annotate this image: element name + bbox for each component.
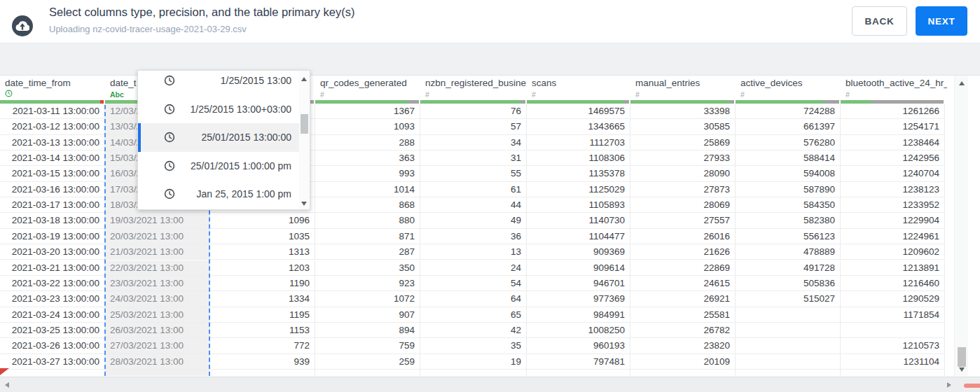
table-cell[interactable]: 1203 (210, 260, 315, 276)
table-cell[interactable]: 26/03/2021 13:00 (105, 323, 210, 338)
table-cell[interactable]: 939 (210, 354, 315, 370)
column-header-date_time_from[interactable]: date_time_from (0, 76, 105, 104)
table-cell[interactable]: 1290529 (841, 291, 945, 307)
table-cell[interactable]: 2021-03-17 13:00:00 (0, 197, 105, 213)
table-cell[interactable]: 1367 (315, 104, 420, 119)
datetime-format-option[interactable]: 1/25/2015 13:00 (138, 70, 299, 95)
table-cell[interactable]: 923 (315, 276, 420, 291)
table-cell[interactable] (527, 370, 630, 376)
table-cell[interactable]: 26782 (630, 323, 736, 338)
column-header-active_devices[interactable]: active_devices# (736, 76, 841, 104)
table-cell[interactable]: 588414 (736, 150, 841, 166)
table-cell[interactable]: 1171854 (841, 307, 945, 323)
table-cell[interactable] (420, 370, 527, 376)
table-cell[interactable]: 993 (315, 166, 420, 181)
table-cell[interactable]: 491728 (736, 260, 841, 276)
table-cell[interactable]: 1014 (315, 182, 420, 197)
table-cell[interactable]: 30585 (630, 119, 736, 134)
table-cell[interactable]: 1112703 (527, 135, 630, 150)
column-header-bluetooth_active_24_hr_[interactable]: bluetooth_active_24_hr_# (841, 76, 945, 104)
table-cell[interactable]: 28090 (630, 166, 736, 181)
table-cell[interactable]: 2021-03-16 13:00:00 (0, 182, 105, 197)
table-cell[interactable]: 28/03/2021 13:00 (105, 354, 210, 370)
table-cell[interactable]: 25/03/2021 13:00 (105, 307, 210, 323)
table-cell[interactable]: 1213891 (841, 260, 945, 276)
table-cell[interactable]: 1261266 (841, 104, 945, 119)
table-cell[interactable]: 22/03/2021 13:00 (105, 260, 210, 276)
table-cell[interactable]: 1242956 (841, 150, 945, 166)
table-cell[interactable]: 1096 (210, 213, 315, 228)
table-cell[interactable]: 2021-03-24 13:00:00 (0, 307, 105, 323)
table-cell[interactable]: 64 (420, 291, 527, 307)
table-cell[interactable]: 587890 (736, 182, 841, 197)
table-cell[interactable]: 1035 (210, 229, 315, 244)
table-cell[interactable]: 1190 (210, 276, 315, 291)
table-cell[interactable]: 1104477 (527, 229, 630, 244)
table-cell[interactable] (105, 370, 210, 376)
scroll-up-icon[interactable] (959, 81, 965, 85)
table-cell[interactable]: 868 (315, 197, 420, 213)
column-header-nzbn_registered_busine[interactable]: nzbn_registered_busine# (420, 76, 527, 104)
table-cell[interactable]: 1105893 (527, 197, 630, 213)
table-cell[interactable]: 2021-03-18 13:00:00 (0, 213, 105, 228)
table-cell[interactable]: 1153 (210, 323, 315, 338)
table-cell[interactable] (736, 370, 841, 376)
table-horizontal-scrollbar[interactable] (0, 377, 980, 392)
table-cell[interactable] (736, 354, 841, 370)
table-cell[interactable]: 797481 (527, 354, 630, 370)
table-cell[interactable]: 42 (420, 323, 527, 338)
table-cell[interactable]: 1093 (315, 119, 420, 134)
table-cell[interactable]: 24615 (630, 276, 736, 291)
table-cell[interactable]: 759 (315, 338, 420, 354)
table-cell[interactable]: 1238123 (841, 182, 945, 197)
table-cell[interactable]: 505836 (736, 276, 841, 291)
table-cell[interactable]: 2021-03-27 13:00:00 (0, 354, 105, 370)
table-cell[interactable]: 2021-03-21 13:00:00 (0, 260, 105, 276)
datetime-format-option[interactable]: 1/25/2015 13:00+03:00 (138, 95, 299, 124)
table-cell[interactable]: 2021-03-25 13:00:00 (0, 323, 105, 338)
table-cell[interactable]: 26016 (630, 229, 736, 244)
horizontal-scrollbar-thumb[interactable] (964, 384, 980, 388)
table-cell[interactable]: 31 (420, 150, 527, 166)
table-cell[interactable]: 2021-03-15 13:00:00 (0, 166, 105, 181)
table-cell[interactable]: 1072 (315, 291, 420, 307)
table-cell[interactable]: 894 (315, 323, 420, 338)
table-cell[interactable]: 1240704 (841, 166, 945, 181)
table-cell[interactable] (0, 370, 105, 376)
vertical-scrollbar-thumb[interactable] (958, 347, 966, 367)
table-cell[interactable]: 1140730 (527, 213, 630, 228)
table-cell[interactable]: 34 (420, 135, 527, 150)
table-cell[interactable]: 54 (420, 276, 527, 291)
table-cell[interactable]: 27933 (630, 150, 736, 166)
datetime-format-option[interactable]: Jan 25, 2015 1:00 pm (138, 180, 299, 209)
datetime-format-option[interactable]: 25/01/2015 13:00:00 (138, 123, 299, 152)
table-cell[interactable]: 1108306 (527, 150, 630, 166)
table-cell[interactable]: 26921 (630, 291, 736, 307)
table-cell[interactable]: 21/03/2021 13:00 (105, 244, 210, 260)
column-header-qr_codes_generated[interactable]: qr_codes_generated# (315, 76, 420, 104)
datetime-format-option[interactable]: 25/01/2015 1:00:00 pm (138, 152, 299, 181)
table-cell[interactable]: 2021-03-26 13:00:00 (0, 338, 105, 354)
table-cell[interactable]: 2021-03-13 13:00:00 (0, 135, 105, 150)
table-cell[interactable]: 49 (420, 213, 527, 228)
table-cell[interactable]: 288 (315, 135, 420, 150)
table-cell[interactable]: 2021-03-22 13:00:00 (0, 276, 105, 291)
table-cell[interactable]: 2021-03-20 13:00:00 (0, 244, 105, 260)
table-cell[interactable]: 57 (420, 119, 527, 134)
table-cell[interactable]: 984991 (527, 307, 630, 323)
table-cell[interactable]: 24/03/2021 13:00 (105, 291, 210, 307)
table-cell[interactable]: 2021-03-12 13:00:00 (0, 119, 105, 134)
table-cell[interactable] (841, 323, 945, 338)
table-cell[interactable]: 27/03/2021 13:00 (105, 338, 210, 354)
table-cell[interactable]: 909369 (527, 244, 630, 260)
table-cell[interactable]: 28069 (630, 197, 736, 213)
table-cell[interactable]: 287 (315, 244, 420, 260)
table-cell[interactable]: 907 (315, 307, 420, 323)
table-cell[interactable]: 36 (420, 229, 527, 244)
table-cell[interactable]: 44 (420, 197, 527, 213)
table-cell[interactable]: 556123 (736, 229, 841, 244)
dropdown-scrollbar-thumb[interactable] (301, 114, 308, 134)
table-cell[interactable]: 13 (420, 244, 527, 260)
table-cell[interactable]: 61 (420, 182, 527, 197)
table-cell[interactable] (736, 307, 841, 323)
